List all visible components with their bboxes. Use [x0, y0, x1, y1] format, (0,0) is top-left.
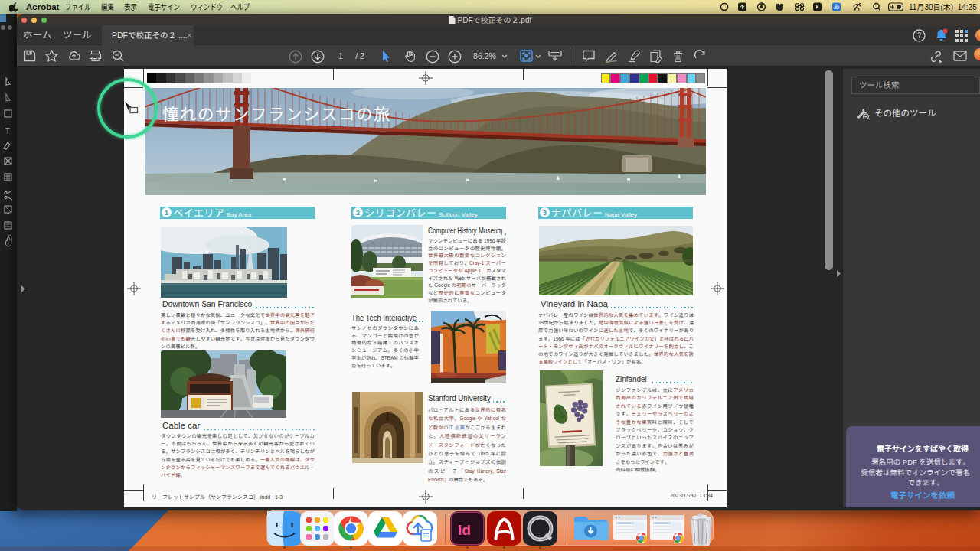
- svg-text:T: T: [5, 127, 10, 135]
- svg-text:あ: あ: [833, 2, 840, 11]
- svg-text:?: ?: [917, 31, 922, 40]
- svg-text:憧れのサンフランシスコの旅: 憧れのサンフランシスコの旅: [162, 101, 391, 125]
- svg-text:Id: Id: [458, 522, 471, 538]
